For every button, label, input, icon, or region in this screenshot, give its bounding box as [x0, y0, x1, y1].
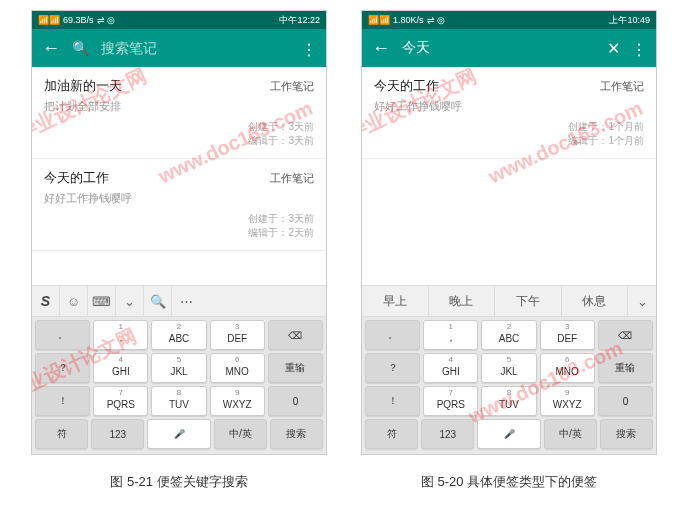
key-backspace[interactable]: ⌫	[598, 320, 653, 350]
key-6[interactable]: 6MNO	[210, 353, 265, 383]
suggestion-bar: S ☺ ⌨ ⌄ 🔍 ⋯	[32, 285, 326, 317]
key-8[interactable]: 8TUV	[481, 386, 536, 416]
signal-icon: 📶📶	[368, 15, 390, 25]
key-comma[interactable]: 。	[365, 320, 420, 350]
key-5[interactable]: 5JKL	[481, 353, 536, 383]
key-123[interactable]: 123	[421, 419, 474, 449]
key-3[interactable]: 3DEF	[210, 320, 265, 350]
suggestion[interactable]: 休息	[562, 286, 629, 316]
caption-left: 图 5-21 便签关键字搜索	[31, 473, 327, 491]
keyboard: 。 1， 2ABC 3DEF ⌫ ？ 4GHI 5JKL 6MNO 重输 ！ 7…	[32, 317, 326, 455]
note-subtitle: 好好工作挣钱嘤呼	[374, 99, 644, 114]
sogou-icon[interactable]: S	[32, 286, 60, 316]
close-icon[interactable]: ✕	[607, 39, 620, 58]
back-icon[interactable]: ←	[372, 38, 390, 59]
key-symbol[interactable]: 符	[35, 419, 88, 449]
key-comma[interactable]: 。	[35, 320, 90, 350]
search-icon[interactable]: 🔍	[144, 286, 172, 316]
key-question[interactable]: ？	[365, 353, 420, 383]
note-title: 今天的工作	[374, 77, 439, 95]
back-icon[interactable]: ←	[42, 38, 60, 59]
caption-right: 图 5-20 具体便签类型下的便签	[361, 473, 657, 491]
key-2[interactable]: 2ABC	[481, 320, 536, 350]
note-meta: 创建于：3天前 编辑于：3天前	[44, 120, 314, 148]
note-subtitle: 好好工作挣钱嘤呼	[44, 191, 314, 206]
status-icons: ⇌ ◎	[97, 15, 116, 25]
more-icon[interactable]: ⋯	[172, 286, 200, 316]
key-search[interactable]: 搜索	[600, 419, 653, 449]
key-retype[interactable]: 重输	[268, 353, 323, 383]
key-0[interactable]: 0	[598, 386, 653, 416]
toolbar-title: 今天	[402, 39, 595, 57]
key-3[interactable]: 3DEF	[540, 320, 595, 350]
note-tag: 工作笔记	[270, 171, 314, 186]
suggestion-bar: 早上 晚上 下午 休息 ⌄	[362, 285, 656, 317]
net-speed: 1.80K/s	[393, 15, 424, 25]
note-tag: 工作笔记	[600, 79, 644, 94]
key-1[interactable]: 1，	[93, 320, 148, 350]
key-lang[interactable]: 中/英	[544, 419, 597, 449]
key-mic[interactable]: 🎤	[147, 419, 210, 449]
search-icon: 🔍	[72, 40, 89, 56]
key-mic[interactable]: 🎤	[477, 419, 540, 449]
clock: 上午10:49	[609, 14, 650, 27]
list-item[interactable]: 今天的工作 工作笔记 好好工作挣钱嘤呼 创建于：3天前 编辑于：2天前	[32, 159, 326, 251]
chevron-down-icon[interactable]: ⌄	[628, 286, 656, 316]
key-6[interactable]: 6MNO	[540, 353, 595, 383]
key-0[interactable]: 0	[268, 386, 323, 416]
note-title: 今天的工作	[44, 169, 109, 187]
key-lang[interactable]: 中/英	[214, 419, 267, 449]
key-exclaim[interactable]: ！	[365, 386, 420, 416]
key-5[interactable]: 5JKL	[151, 353, 206, 383]
key-exclaim[interactable]: ！	[35, 386, 90, 416]
phone-right: 📶📶 1.80K/s ⇌ ◎ 上午10:49 ← 今天 ✕ ⋯ 今天的工作 工作…	[361, 10, 657, 455]
status-bar: 📶📶 1.80K/s ⇌ ◎ 上午10:49	[362, 11, 656, 29]
key-backspace[interactable]: ⌫	[268, 320, 323, 350]
key-1[interactable]: 1，	[423, 320, 478, 350]
key-7[interactable]: 7PQRS	[423, 386, 478, 416]
note-title: 加油新的一天	[44, 77, 122, 95]
key-question[interactable]: ？	[35, 353, 90, 383]
list-item[interactable]: 加油新的一天 工作笔记 把计划全部安排 创建于：3天前 编辑于：3天前	[32, 67, 326, 159]
key-symbol[interactable]: 符	[365, 419, 418, 449]
key-123[interactable]: 123	[91, 419, 144, 449]
note-meta: 创建于：1个月前 编辑于：1个月前	[374, 120, 644, 148]
key-4[interactable]: 4GHI	[423, 353, 478, 383]
note-meta: 创建于：3天前 编辑于：2天前	[44, 212, 314, 240]
search-input[interactable]	[101, 40, 290, 56]
keyboard: 。 1， 2ABC 3DEF ⌫ ？ 4GHI 5JKL 6MNO 重输 ！ 7…	[362, 317, 656, 455]
key-retype[interactable]: 重输	[598, 353, 653, 383]
status-icons: ⇌ ◎	[427, 15, 446, 25]
note-list: 加油新的一天 工作笔记 把计划全部安排 创建于：3天前 编辑于：3天前 今天的工…	[32, 67, 326, 285]
key-2[interactable]: 2ABC	[151, 320, 206, 350]
more-icon[interactable]: ⋯	[300, 41, 319, 55]
note-subtitle: 把计划全部安排	[44, 99, 314, 114]
toolbar: ← 🔍 ⋯	[32, 29, 326, 67]
key-8[interactable]: 8TUV	[151, 386, 206, 416]
suggestion[interactable]: 晚上	[429, 286, 496, 316]
status-bar: 📶📶 69.3B/s ⇌ ◎ 中午12:22	[32, 11, 326, 29]
signal-icon: 📶📶	[38, 15, 60, 25]
phone-left: 📶📶 69.3B/s ⇌ ◎ 中午12:22 ← 🔍 ⋯ 加油新的一天 工作笔记…	[31, 10, 327, 455]
note-list: 今天的工作 工作笔记 好好工作挣钱嘤呼 创建于：1个月前 编辑于：1个月前	[362, 67, 656, 285]
net-speed: 69.3B/s	[63, 15, 94, 25]
keyboard-icon[interactable]: ⌨	[88, 286, 116, 316]
key-4[interactable]: 4GHI	[93, 353, 148, 383]
key-7[interactable]: 7PQRS	[93, 386, 148, 416]
suggestion[interactable]: 早上	[362, 286, 429, 316]
note-tag: 工作笔记	[270, 79, 314, 94]
key-search[interactable]: 搜索	[270, 419, 323, 449]
suggestion[interactable]: 下午	[495, 286, 562, 316]
list-item[interactable]: 今天的工作 工作笔记 好好工作挣钱嘤呼 创建于：1个月前 编辑于：1个月前	[362, 67, 656, 159]
key-9[interactable]: 9WXYZ	[540, 386, 595, 416]
emoji-icon[interactable]: ☺	[60, 286, 88, 316]
key-9[interactable]: 9WXYZ	[210, 386, 265, 416]
clock: 中午12:22	[279, 14, 320, 27]
toolbar: ← 今天 ✕ ⋯	[362, 29, 656, 67]
chevron-down-icon[interactable]: ⌄	[116, 286, 144, 316]
more-icon[interactable]: ⋯	[630, 41, 649, 55]
